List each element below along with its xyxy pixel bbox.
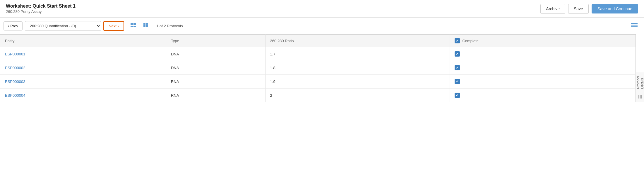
archive-button[interactable]: Archive bbox=[540, 4, 565, 14]
save-button[interactable]: Save bbox=[568, 4, 589, 14]
entity-link[interactable]: ESP000003 bbox=[5, 79, 25, 84]
col-header-entity: Entity bbox=[0, 35, 166, 47]
entity-link[interactable]: ESP000004 bbox=[5, 93, 25, 98]
complete-header-checkbox[interactable] bbox=[455, 38, 460, 43]
header-actions: Archive Save Save and Continue bbox=[540, 4, 638, 14]
cell-type: RNA bbox=[166, 89, 265, 102]
svg-rect-11 bbox=[135, 26, 136, 27]
cell-complete bbox=[450, 89, 636, 102]
next-button[interactable]: Next › bbox=[103, 21, 124, 31]
protocol-toolbar: ‹ Prev 260:280 Quantification - (0) Next… bbox=[0, 18, 644, 34]
right-panel: Protocol Details Columns Filters bbox=[636, 72, 644, 102]
entity-link[interactable]: ESP000002 bbox=[5, 66, 25, 70]
cell-type: DNA bbox=[166, 47, 265, 61]
cell-type: RNA bbox=[166, 75, 265, 89]
cell-entity: ESP000003 bbox=[0, 75, 166, 89]
page-title: Worksheet: Quick Start Sheet 1 bbox=[6, 4, 76, 9]
row-complete-checkbox[interactable] bbox=[455, 79, 460, 84]
cell-entity: ESP000001 bbox=[0, 47, 166, 61]
cell-entity: ESP000004 bbox=[0, 89, 166, 102]
svg-rect-7 bbox=[135, 24, 136, 25]
save-and-continue-button[interactable]: Save and Continue bbox=[592, 4, 638, 13]
app-header: Worksheet: Quick Start Sheet 1 260:280 P… bbox=[0, 0, 644, 18]
svg-rect-5 bbox=[132, 24, 133, 25]
svg-rect-13 bbox=[146, 23, 148, 25]
row-complete-checkbox[interactable] bbox=[455, 93, 460, 98]
dense-grid-view-button[interactable] bbox=[128, 21, 139, 31]
row-complete-checkbox[interactable] bbox=[455, 51, 460, 57]
view-icons bbox=[128, 21, 152, 31]
coarse-grid-view-button[interactable] bbox=[141, 21, 152, 31]
svg-rect-19 bbox=[638, 95, 639, 99]
prev-label: Prev bbox=[10, 24, 18, 28]
svg-rect-16 bbox=[631, 23, 638, 24]
protocol-select[interactable]: 260:280 Quantification - (0) bbox=[25, 21, 101, 31]
svg-rect-3 bbox=[135, 23, 136, 24]
cell-ratio: 1.7 bbox=[265, 47, 450, 61]
main-content: Entity Type 260:280 Ratio Complete bbox=[0, 34, 644, 102]
table-row: ESP000003RNA1.9 bbox=[0, 75, 636, 89]
next-label: Next bbox=[109, 24, 117, 28]
svg-rect-17 bbox=[631, 25, 638, 26]
cell-type: DNA bbox=[166, 61, 265, 75]
col-header-ratio: 260:280 Ratio bbox=[265, 35, 450, 47]
table-row: ESP000002DNA1.8 bbox=[0, 61, 636, 75]
entity-link[interactable]: ESP000001 bbox=[5, 52, 25, 56]
cell-ratio: 1.9 bbox=[265, 75, 450, 89]
protocol-details-label[interactable]: Protocol Details bbox=[636, 72, 644, 92]
coarse-grid-icon bbox=[143, 23, 149, 29]
svg-rect-18 bbox=[631, 26, 638, 27]
svg-rect-1 bbox=[132, 23, 133, 24]
cell-ratio: 2 bbox=[265, 89, 450, 102]
data-table: Entity Type 260:280 Ratio Complete bbox=[0, 34, 636, 102]
svg-rect-4 bbox=[131, 24, 132, 25]
svg-rect-2 bbox=[133, 23, 135, 24]
page-subtitle: 260:280 Purity Assay bbox=[6, 9, 76, 14]
protocol-count: 1 of 2 Protocols bbox=[156, 24, 183, 28]
cell-complete bbox=[450, 61, 636, 75]
hamburger-icon bbox=[631, 23, 638, 29]
svg-rect-12 bbox=[143, 23, 145, 25]
cell-complete bbox=[450, 47, 636, 61]
columns-icon[interactable] bbox=[638, 92, 642, 102]
svg-rect-15 bbox=[146, 25, 148, 27]
table-header-row: Entity Type 260:280 Ratio Complete bbox=[0, 35, 636, 47]
prev-button[interactable]: ‹ Prev bbox=[4, 21, 23, 30]
cell-complete bbox=[450, 75, 636, 89]
data-table-container: Entity Type 260:280 Ratio Complete bbox=[0, 34, 636, 102]
col-header-type: Type bbox=[166, 35, 265, 47]
cell-entity: ESP000002 bbox=[0, 61, 166, 75]
cell-ratio: 1.8 bbox=[265, 61, 450, 75]
table-row: ESP000001DNA1.7 bbox=[0, 47, 636, 61]
row-complete-checkbox[interactable] bbox=[455, 65, 460, 70]
svg-rect-21 bbox=[641, 95, 642, 99]
chevron-left-icon: ‹ bbox=[8, 24, 9, 28]
svg-rect-9 bbox=[132, 26, 133, 27]
col-header-complete: Complete bbox=[450, 35, 636, 47]
svg-rect-8 bbox=[131, 26, 132, 27]
svg-rect-10 bbox=[133, 26, 135, 27]
svg-rect-14 bbox=[143, 25, 145, 27]
svg-rect-6 bbox=[133, 24, 135, 25]
table-row: ESP000004RNA2 bbox=[0, 89, 636, 102]
header-left: Worksheet: Quick Start Sheet 1 260:280 P… bbox=[6, 4, 76, 14]
dense-grid-icon bbox=[130, 23, 137, 29]
svg-rect-0 bbox=[131, 23, 132, 24]
columns-label[interactable]: Columns bbox=[638, 102, 642, 102]
chevron-right-icon: › bbox=[118, 24, 119, 28]
svg-rect-20 bbox=[640, 95, 640, 99]
menu-button[interactable] bbox=[628, 21, 640, 31]
